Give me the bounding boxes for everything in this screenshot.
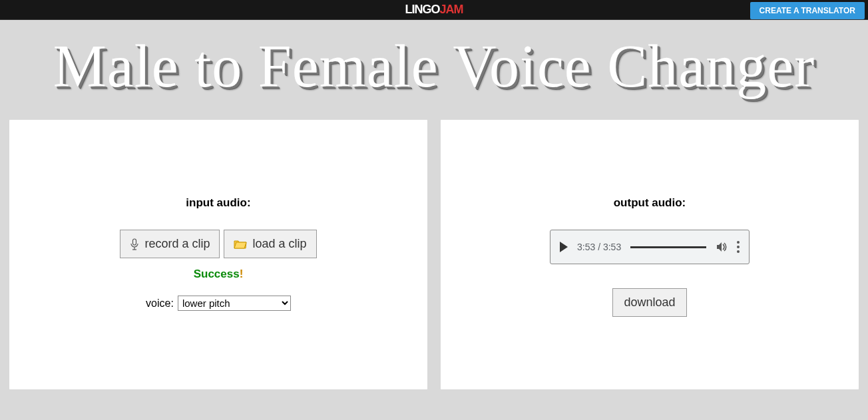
- status-text: Success: [194, 268, 240, 280]
- voice-row: voice: lower pitch: [146, 296, 291, 311]
- status-exclaim: !: [240, 268, 244, 280]
- microphone-icon: [130, 238, 139, 250]
- audio-player[interactable]: 3:53 / 3:53: [550, 230, 750, 264]
- voice-label: voice:: [146, 298, 174, 310]
- logo-text-jam: JAM: [439, 3, 463, 16]
- input-heading: input audio:: [186, 196, 250, 210]
- load-clip-button[interactable]: load a clip: [224, 230, 316, 258]
- output-panel: output audio: 3:53 / 3:53 download: [441, 120, 859, 389]
- panels-container: input audio: record a clip load a clip S…: [0, 120, 868, 389]
- app-header: LINGOJAM CREATE A TRANSLATOR: [0, 0, 868, 20]
- kebab-menu-icon[interactable]: [737, 241, 740, 253]
- record-clip-label: record a clip: [144, 237, 210, 251]
- volume-icon[interactable]: [716, 241, 728, 253]
- input-panel: input audio: record a clip load a clip S…: [9, 120, 427, 389]
- output-heading: output audio:: [614, 196, 686, 210]
- time-display: 3:53 / 3:53: [577, 242, 621, 252]
- logo-text-lingo: LINGO: [405, 3, 439, 16]
- folder-icon: [234, 239, 247, 250]
- voice-select[interactable]: lower pitch: [178, 296, 291, 311]
- create-translator-button[interactable]: CREATE A TRANSLATOR: [750, 2, 865, 19]
- record-clip-button[interactable]: record a clip: [120, 230, 220, 258]
- load-clip-label: load a clip: [252, 237, 306, 251]
- logo[interactable]: LINGOJAM: [405, 3, 463, 17]
- page-title: Male to Female Voice Changer: [0, 37, 868, 97]
- title-area: Male to Female Voice Changer: [0, 20, 868, 120]
- svg-rect-0: [133, 239, 136, 245]
- status-message: Success!: [194, 268, 244, 281]
- play-icon[interactable]: [560, 242, 568, 252]
- download-button[interactable]: download: [612, 288, 686, 317]
- input-button-row: record a clip load a clip: [120, 230, 316, 258]
- progress-track[interactable]: [630, 246, 706, 248]
